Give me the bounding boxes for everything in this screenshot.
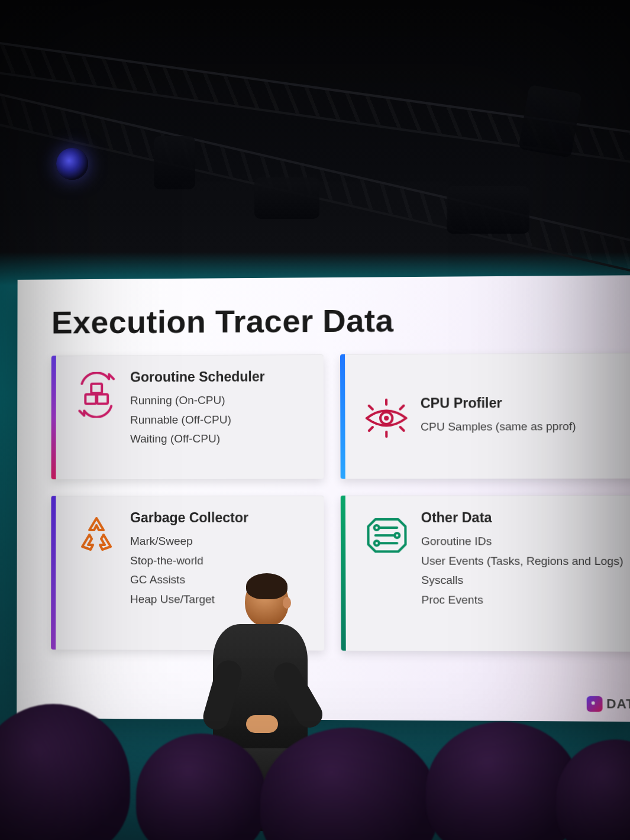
stage-light-icon	[56, 148, 88, 180]
svg-line-9	[369, 427, 373, 431]
list-item: GC Assists	[130, 570, 248, 590]
nodes-list-icon	[361, 512, 413, 559]
card-heading: Goroutine Scheduler	[130, 369, 265, 386]
list-item: Heap Use/Target	[130, 590, 248, 609]
card-other-data: Other Data Goroutine IDs User Events (Ta…	[341, 495, 630, 651]
card-accent	[51, 496, 56, 650]
svg-point-4	[384, 416, 389, 421]
svg-point-15	[374, 541, 379, 545]
card-heading: Other Data	[421, 510, 623, 526]
stage-fixture-icon	[154, 136, 195, 189]
stage-fixture-icon	[254, 177, 319, 219]
list-item: CPU Samples (same as pprof)	[421, 417, 576, 437]
list-item: Runnable (Off-CPU)	[130, 410, 265, 429]
cycle-boxes-icon	[71, 372, 122, 418]
audience-silhouettes	[0, 716, 630, 840]
card-accent	[341, 496, 346, 651]
card-heading: CPU Profiler	[421, 395, 576, 412]
eye-icon	[361, 399, 412, 438]
svg-line-7	[369, 406, 373, 409]
list-item: User Events (Tasks, Regions and Logs)	[421, 551, 623, 571]
card-accent	[51, 356, 56, 479]
list-item: Waiting (Off-CPU)	[130, 429, 265, 449]
brand-logo: DAT	[587, 696, 630, 712]
card-goroutine-scheduler: Goroutine Scheduler Running (On-CPU) Run…	[51, 354, 324, 479]
svg-rect-1	[85, 395, 96, 404]
card-cpu-profiler: CPU Profiler CPU Samples (same as pprof)	[340, 353, 630, 479]
brand-logo-text: DAT	[606, 696, 630, 712]
svg-line-10	[400, 427, 404, 431]
presentation-slide: Execution Tracer Data	[17, 275, 630, 722]
conference-photo: Execution Tracer Data	[0, 0, 630, 840]
list-item: Stop-the-world	[130, 551, 248, 571]
slide-grid: Goroutine Scheduler Running (On-CPU) Run…	[51, 353, 630, 651]
card-accent	[340, 354, 345, 479]
svg-point-11	[374, 525, 379, 530]
card-heading: Garbage Collector	[130, 510, 248, 526]
list-item: Goroutine IDs	[421, 532, 623, 551]
svg-rect-2	[97, 395, 108, 404]
list-item: Mark/Sweep	[130, 532, 248, 551]
svg-point-13	[395, 533, 399, 538]
stage-fixture-icon	[447, 186, 529, 234]
card-garbage-collector: Garbage Collector Mark/Sweep Stop-the-wo…	[51, 496, 324, 651]
svg-line-8	[400, 406, 403, 409]
stage-rigging	[0, 0, 630, 284]
recycle-icon	[71, 512, 122, 560]
stage-fixture-icon	[518, 85, 582, 158]
list-item: Syscalls	[421, 571, 623, 591]
list-item: Running (On-CPU)	[130, 391, 265, 411]
brand-logo-icon	[587, 696, 603, 712]
svg-rect-0	[91, 384, 102, 393]
slide-title: Execution Tracer Data	[51, 301, 630, 341]
list-item: Proc Events	[421, 590, 623, 610]
